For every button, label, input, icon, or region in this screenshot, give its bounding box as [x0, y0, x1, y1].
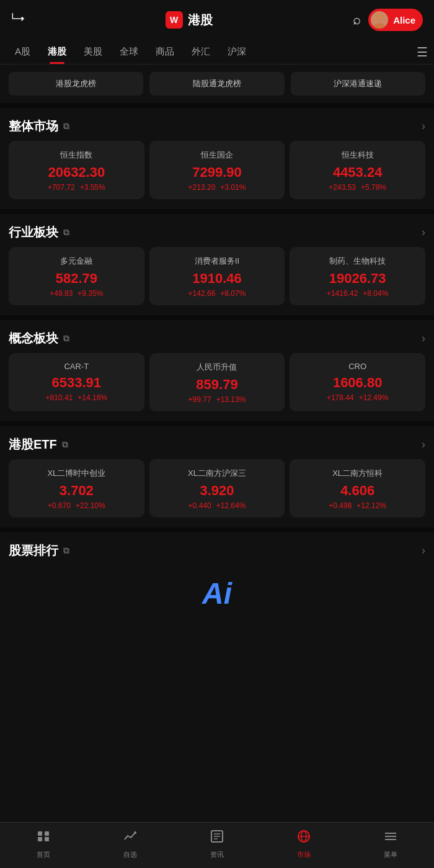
industry-arrow-icon[interactable]: ›	[422, 226, 425, 239]
finance-change1: +49.83	[50, 289, 73, 298]
concept-card-rmb[interactable]: 人民币升值 859.79 +99.77 +13.13%	[149, 353, 285, 411]
share-icon[interactable]: ⮡	[11, 12, 25, 28]
etf2-value: 3.920	[156, 483, 279, 499]
nav-item-news[interactable]: 资讯	[174, 823, 260, 868]
ai-banner[interactable]: Ai	[9, 565, 425, 621]
pharma-value: 19026.73	[296, 271, 419, 287]
consumer-change2: +8.07%	[220, 289, 246, 298]
quick-link-connect[interactable]: 沪深港通速递	[291, 72, 425, 96]
ranking-link-icon[interactable]: ⧉	[63, 545, 69, 556]
etf-section-header: 港股ETF ⧉ ›	[0, 426, 434, 459]
tab-forex[interactable]: 外汇	[183, 40, 219, 64]
concept-card-cro[interactable]: CRO 1606.80 +178.44 +12.49%	[290, 353, 425, 411]
nav-item-watchlist[interactable]: 自选	[87, 823, 174, 868]
concept-arrow-icon[interactable]: ›	[422, 332, 425, 345]
tab-a-shares[interactable]: A股	[6, 40, 39, 64]
quick-link-hk-ranking[interactable]: 港股龙虎榜	[9, 72, 143, 96]
industry-card-consumer[interactable]: 消费者服务II 1910.46 +142.66 +8.07%	[149, 247, 285, 305]
pharma-name: 制药、生物科技	[296, 256, 419, 267]
avatar	[371, 11, 388, 29]
tab-us-shares[interactable]: 美股	[75, 40, 111, 64]
consumer-value: 1910.46	[156, 271, 279, 287]
etf-arrow-icon[interactable]: ›	[422, 438, 425, 451]
cart-change1: +810.41	[46, 393, 73, 402]
nav-item-market[interactable]: 市场	[260, 823, 347, 868]
quick-link-northbound-ranking[interactable]: 陆股通龙虎榜	[149, 72, 284, 96]
etf2-changes: +0.440 +12.64%	[156, 501, 279, 510]
pharma-changes: +1416.42 +8.04%	[296, 289, 419, 298]
nav-tabs: A股 港股 美股 全球 商品 外汇 沪深 ☰	[0, 40, 434, 65]
divider-3	[0, 315, 434, 320]
tab-global[interactable]: 全球	[111, 40, 147, 64]
w-logo: W	[166, 11, 183, 29]
tab-hk-shares[interactable]: 港股	[39, 40, 75, 64]
cro-value: 1606.80	[296, 375, 419, 391]
market-icon	[296, 829, 311, 848]
hstech-change2: +5.78%	[361, 183, 386, 192]
etf1-change2: +22.10%	[76, 501, 105, 510]
user-button[interactable]: Alice	[368, 9, 423, 31]
rmb-value: 859.79	[156, 377, 279, 393]
industry-card-finance[interactable]: 多元金融 582.79 +49.83 +9.35%	[9, 247, 144, 305]
etf-card-3[interactable]: XL二南方恒科 4.606 +0.498 +12.12%	[290, 459, 425, 517]
etf3-change2: +12.12%	[356, 501, 386, 510]
hstech-changes: +243.53 +5.78%	[296, 183, 419, 192]
svg-point-7	[134, 831, 136, 834]
etf-card-1[interactable]: XL二博时中创业 3.702 +0.670 +22.10%	[9, 459, 144, 517]
etf-link-icon[interactable]: ⧉	[62, 439, 68, 450]
market-arrow-icon[interactable]: ›	[422, 120, 425, 133]
divider-1	[0, 103, 434, 108]
header-center: W 港股	[166, 11, 213, 29]
market-card-hsi[interactable]: 恒生指数 20632.30 +707.72 +3.55%	[9, 141, 144, 199]
hsi-name: 恒生指数	[15, 150, 138, 161]
etf1-change1: +0.670	[48, 501, 71, 510]
hsi-change2: +3.55%	[80, 183, 105, 192]
market-cards-grid: 恒生指数 20632.30 +707.72 +3.55% 恒生国企 7299.9…	[0, 141, 434, 209]
etf-section-title: 港股ETF	[9, 436, 57, 453]
hsi-value: 20632.30	[15, 164, 138, 181]
market-card-hscei[interactable]: 恒生国企 7299.90 +213.20 +3.01%	[149, 141, 285, 199]
ranking-arrow-icon[interactable]: ›	[422, 544, 425, 557]
header: ⮡ W 港股 ⌕ Alice	[0, 0, 434, 40]
cart-value: 6533.91	[15, 375, 138, 391]
home-label: 首页	[37, 850, 50, 859]
cart-change2: +14.16%	[78, 393, 107, 402]
cro-name: CRO	[296, 362, 419, 371]
hscei-changes: +213.20 +3.01%	[156, 183, 279, 192]
industry-card-pharma[interactable]: 制药、生物科技 19026.73 +1416.42 +8.04%	[290, 247, 425, 305]
rmb-change1: +99.77	[188, 395, 211, 404]
hsi-change1: +707.72	[48, 183, 75, 192]
etf-card-2[interactable]: XL二南方沪深三 3.920 +0.440 +12.64%	[149, 459, 285, 517]
cro-changes: +178.44 +12.49%	[296, 393, 419, 402]
market-label: 市场	[297, 850, 311, 859]
tab-commodities[interactable]: 商品	[147, 40, 183, 64]
pharma-change1: +1416.42	[327, 289, 358, 298]
concept-section-header: 概念板块 ⧉ ›	[0, 320, 434, 353]
market-link-icon[interactable]: ⧉	[63, 121, 69, 132]
divider-4	[0, 421, 434, 426]
industry-link-icon[interactable]: ⧉	[63, 227, 69, 238]
tab-shanghai-shenzhen[interactable]: 沪深	[219, 40, 255, 64]
hstech-value: 4453.24	[296, 164, 419, 181]
bottom-nav: 27 首页 自选 资讯	[0, 822, 434, 868]
consumer-change1: +142.66	[188, 289, 216, 298]
pharma-change2: +8.04%	[363, 289, 388, 298]
concept-title-wrap: 概念板块 ⧉	[9, 330, 69, 347]
cart-name: CAR-T	[15, 362, 138, 371]
search-icon[interactable]: ⌕	[353, 12, 361, 28]
concept-link-icon[interactable]: ⧉	[63, 333, 69, 344]
nav-item-menu[interactable]: 菜单	[347, 823, 434, 868]
nav-item-home[interactable]: 27 首页	[0, 823, 87, 868]
hscei-change1: +213.20	[188, 183, 216, 192]
market-card-hstech[interactable]: 恒生科技 4453.24 +243.53 +5.78%	[290, 141, 425, 199]
finance-name: 多元金融	[15, 256, 138, 267]
concept-card-cart[interactable]: CAR-T 6533.91 +810.41 +14.16%	[9, 353, 144, 411]
header-title: 港股	[188, 12, 213, 29]
etf3-changes: +0.498 +12.12%	[296, 501, 419, 510]
news-label: 资讯	[210, 850, 224, 859]
etf2-change2: +12.64%	[216, 501, 246, 510]
cro-change2: +12.49%	[359, 393, 389, 402]
etf2-name: XL二南方沪深三	[156, 468, 279, 479]
svg-point-1	[373, 23, 386, 29]
nav-menu-icon[interactable]: ☰	[417, 45, 428, 60]
